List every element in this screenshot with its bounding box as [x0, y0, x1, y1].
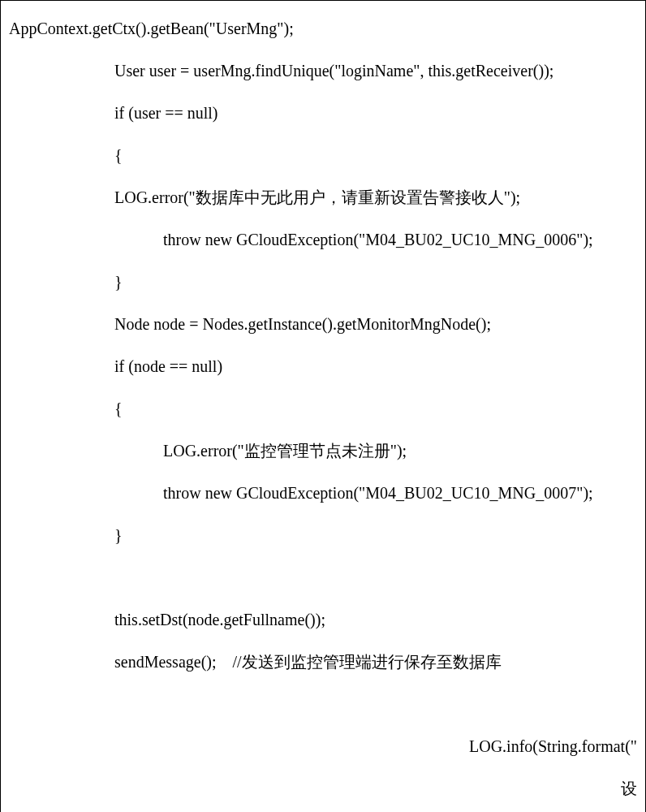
code-line: }: [9, 261, 637, 303]
code-line: LOG.error("监控管理节点未注册");: [9, 430, 637, 472]
code-line: User user = userMng.findUnique("loginNam…: [9, 50, 637, 92]
code-line: }: [9, 514, 637, 556]
code-line: throw new GCloudException("M04_BU02_UC10…: [9, 472, 637, 514]
code-line: {: [9, 134, 637, 176]
code-line: throw new GCloudException("M04_BU02_UC10…: [9, 218, 637, 261]
code-line: [9, 556, 637, 598]
code-text: 设: [621, 780, 637, 797]
code-line: LOG.info(String.format(" 设 置 阈 值 结 束 ，: [9, 683, 637, 812]
code-line: {: [9, 387, 637, 430]
code-line: if (node == null): [9, 345, 637, 387]
code-line: this.setDst(node.getFullname());: [9, 598, 637, 641]
code-line: AppContext.getCtx().getBean("UserMng");: [9, 7, 637, 50]
code-line: Node node = Nodes.getInstance().getMonit…: [9, 303, 637, 345]
code-line: LOG.error("数据库中无此用户，请重新设置告警接收人");: [9, 176, 637, 218]
code-text: LOG.info(String.format(": [469, 737, 637, 755]
code-line: sendMessage(); //发送到监控管理端进行保存至数据库: [9, 641, 637, 683]
code-block: AppContext.getCtx().getBean("UserMng"); …: [0, 0, 646, 812]
code-line: if (user == null): [9, 92, 637, 134]
